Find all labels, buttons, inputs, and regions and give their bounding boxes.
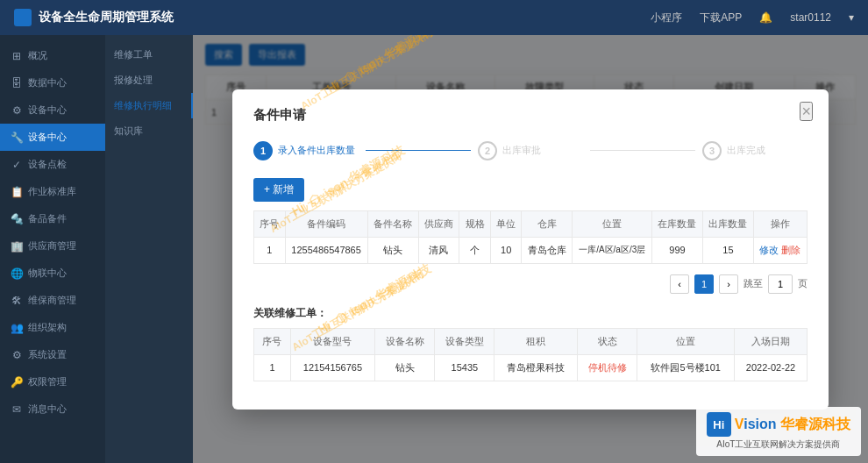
wt-row-volume: 青岛橙果科技 [494, 354, 578, 381]
col-supplier: 供应商 [418, 210, 459, 237]
sidebar-label-overview: 概况 [28, 49, 47, 62]
sub-item-detail[interactable]: 维修执行明细 [105, 93, 193, 118]
sidebar-label-settings: 系统设置 [28, 348, 67, 361]
sidebar-label-equipment2: 设备中心 [28, 131, 67, 144]
org-icon: 👥 [11, 322, 23, 334]
bell-icon[interactable]: 🔔 [759, 11, 772, 24]
step-2: 2 出库审批 [478, 141, 583, 160]
sidebar-label-iot: 物联中心 [28, 267, 67, 280]
settings-icon: ⚙ [11, 349, 23, 361]
wt-row-seq: 1 [254, 354, 291, 381]
step-line-1 [366, 150, 471, 151]
sidebar-item-equipment2[interactable]: 🔧 设备中心 [0, 124, 105, 151]
pagination-bar: ‹ 1 › 跳至 页 [253, 274, 808, 294]
row-outbound: 15 [702, 237, 753, 263]
download-link[interactable]: 下载APP [700, 11, 742, 25]
sidebar-item-inspection[interactable]: ✓ 设备点检 [0, 151, 105, 178]
col-unit: 单位 [490, 210, 522, 237]
datacenter-icon: 🗄 [11, 77, 23, 89]
equipment-icon: ⚙ [11, 104, 23, 117]
sidebar-label-inspection: 设备点检 [28, 158, 67, 171]
step-2-label: 出库审批 [502, 144, 541, 157]
page-1-button[interactable]: 1 [694, 274, 714, 294]
brand-company: 华睿源科技 [780, 417, 850, 431]
jump-label: 跳至 [743, 277, 763, 290]
miniapp-link[interactable]: 小程序 [651, 11, 682, 25]
sidebar-item-iot[interactable]: 🌐 物联中心 [0, 260, 105, 287]
sidebar-label-equipment: 设备中心 [28, 103, 67, 117]
sidebar-item-spares[interactable]: 🔩 备品备件 [0, 205, 105, 232]
row-spec: 个 [459, 237, 491, 263]
sidebar-label-suppliers: 供应商管理 [28, 239, 76, 253]
workorder-table: 序号 设备型号 设备名称 设备类型 租积 状态 位置 入场日期 1 [253, 328, 808, 381]
sidebar-item-equipment[interactable]: ⚙ 设备中心 [0, 96, 105, 124]
sidebar-label-datacenter: 数据中心 [28, 76, 67, 89]
wt-col-date: 入场日期 [735, 328, 808, 354]
sub-item-workorder[interactable]: 维修工单 [105, 42, 193, 68]
app-title: 设备全生命周期管理系统 [39, 10, 174, 25]
wt-col-status: 状态 [578, 328, 637, 354]
wt-col-volume: 租积 [494, 328, 578, 354]
page-jump-input[interactable] [768, 274, 793, 294]
page-unit-label: 页 [798, 277, 808, 290]
sub-item-knowledge[interactable]: 知识库 [105, 118, 193, 144]
brand-name: Vision 华睿源科技 [735, 416, 850, 434]
iot-icon: 🌐 [11, 267, 23, 280]
sidebar-item-settings[interactable]: ⚙ 系统设置 [0, 341, 105, 368]
wt-col-type: 设备类型 [435, 328, 494, 354]
sidebar-item-maintenance[interactable]: 🛠 维保商管理 [0, 287, 105, 314]
row-seq: 1 [254, 237, 286, 263]
edit-button[interactable]: 修改 [759, 244, 779, 257]
prev-page-button[interactable]: ‹ [670, 274, 689, 294]
brand-v-icon: V [735, 417, 743, 431]
col-outbound: 出库数量 [702, 210, 753, 237]
col-spec: 规格 [459, 210, 491, 237]
wt-col-position: 位置 [637, 328, 735, 354]
step-2-circle: 2 [478, 141, 497, 160]
sidebar-item-permissions[interactable]: 🔑 权限管理 [0, 368, 105, 395]
modal-overlay: 备件申请 × 1 录入备件出库数量 2 出库审批 3 [193, 35, 868, 463]
step-1-circle: 1 [253, 141, 273, 160]
sidebar-item-org[interactable]: 👥 组织架构 [0, 314, 105, 341]
main-layout: ⊞ 概况 🗄 数据中心 ⚙ 设备中心 🔧 设备中心 ✓ 设备点检 📋 作业标准库… [0, 35, 868, 463]
sidebar-item-standards[interactable]: 📋 作业标准库 [0, 178, 105, 205]
sub-item-report[interactable]: 报修处理 [105, 68, 193, 93]
row-stock: 999 [652, 237, 703, 263]
sidebar-item-overview[interactable]: ⊞ 概况 [0, 42, 105, 69]
col-seq: 序号 [254, 210, 286, 237]
workorder-row: 1 12154156765 钻头 15435 青岛橙果科技 停机待修 软件园5号… [254, 354, 808, 381]
wt-row-date: 2022-02-22 [735, 354, 808, 381]
brand-logo: Hi [707, 412, 731, 437]
step-line-2 [590, 150, 695, 151]
add-spare-button[interactable]: + 新增 [253, 178, 304, 202]
wt-row-model: 12154156765 [290, 354, 374, 381]
modal-close-button[interactable]: × [800, 102, 813, 121]
spares-icon: 🔩 [11, 213, 23, 225]
row-code: 1255486547865 [285, 237, 367, 263]
sidebar-label-org: 组织架构 [28, 321, 67, 334]
top-nav: 设备全生命周期管理系统 小程序 下载APP 🔔 star0112 ▾ [0, 0, 868, 35]
sub-sidebar: 维修工单 报修处理 维修执行明细 知识库 [105, 35, 193, 463]
step-1-label: 录入备件出库数量 [278, 144, 355, 157]
row-unit: 10 [490, 237, 522, 263]
steps-container: 1 录入备件出库数量 2 出库审批 3 出库完成 [253, 141, 808, 160]
col-stock: 在库数量 [652, 210, 703, 237]
sidebar-item-messages[interactable]: ✉ 消息中心 [0, 395, 105, 423]
maintenance-icon: 🛠 [11, 295, 23, 307]
step-3-label: 出库完成 [727, 144, 765, 157]
wt-row-name: 钻头 [375, 354, 435, 381]
next-page-button[interactable]: › [719, 274, 738, 294]
wt-row-status: 停机待修 [578, 354, 637, 381]
col-code: 备件编码 [285, 210, 367, 237]
brand-slogan: AIoT工业互联网解决方案提供商 [716, 438, 840, 451]
modal-dialog: 备件申请 × 1 录入备件出库数量 2 出库审批 3 [232, 89, 829, 410]
user-name[interactable]: star0112 [790, 11, 831, 24]
step-3: 3 出库完成 [702, 141, 808, 160]
wt-col-name: 设备名称 [375, 328, 435, 354]
delete-button[interactable]: 删除 [781, 244, 800, 257]
sidebar-item-datacenter[interactable]: 🗄 数据中心 [0, 69, 105, 96]
col-position: 位置 [573, 210, 652, 237]
sidebar-item-suppliers[interactable]: 🏢 供应商管理 [0, 232, 105, 260]
section2-label: 关联维修工单： [253, 306, 808, 321]
step-1: 1 录入备件出库数量 [253, 141, 359, 160]
